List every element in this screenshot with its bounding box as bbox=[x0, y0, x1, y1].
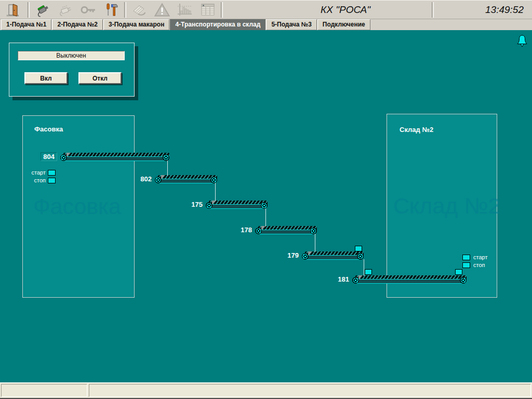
sensor-indicator bbox=[365, 269, 372, 275]
chute-triangle bbox=[66, 153, 71, 157]
status-panel-right bbox=[89, 384, 531, 397]
trends-button bbox=[174, 2, 196, 18]
start-label: старт bbox=[23, 169, 46, 176]
stop-label: стоп bbox=[23, 177, 46, 183]
exit-door-icon bbox=[5, 2, 21, 18]
chute-triangle bbox=[161, 175, 165, 179]
sklad-indicators: старт стоп bbox=[462, 254, 487, 270]
tools-icon bbox=[103, 2, 119, 18]
roller-icon bbox=[210, 177, 217, 183]
belt-body bbox=[256, 230, 315, 234]
stop-label: стоп bbox=[473, 262, 485, 268]
tab-4-Транспортировка в склад[interactable]: 4-Транспортировка в склад bbox=[170, 19, 265, 30]
sensor-indicator bbox=[455, 269, 462, 275]
belt-body bbox=[207, 204, 266, 209]
conveyor-802[interactable] bbox=[156, 175, 216, 183]
roller-icon bbox=[60, 154, 67, 161]
zone-sklad2: Склад №2 Склад №2 bbox=[387, 114, 497, 298]
toolbar-separator bbox=[124, 2, 126, 18]
zone-title: Фасовка bbox=[34, 125, 63, 133]
roller-icon bbox=[310, 228, 317, 234]
tab-3-Подача макарон[interactable]: 3-Подача макарон bbox=[103, 19, 169, 30]
roller-icon bbox=[352, 277, 359, 284]
off-button[interactable]: Откл bbox=[78, 72, 122, 84]
connector-line bbox=[364, 259, 364, 276]
toolbar-separator bbox=[28, 2, 30, 18]
trend-chart-icon bbox=[176, 2, 194, 18]
toolbar-separator bbox=[432, 2, 434, 18]
connector-line bbox=[215, 183, 216, 201]
indicator-row: старт bbox=[462, 254, 487, 260]
mimic-area: Фасовка Фасовка Склад №2 Склад №2 Выключ… bbox=[0, 30, 532, 382]
chute-triangle bbox=[308, 251, 312, 256]
disconnect-plug-icon bbox=[57, 2, 74, 18]
clock: 13:49:52 bbox=[435, 4, 532, 16]
chute-triangle bbox=[261, 226, 265, 230]
key-button bbox=[77, 2, 100, 18]
conveyor-number-179: 179 bbox=[272, 251, 299, 260]
roller-icon bbox=[261, 202, 268, 209]
zone-fasovka: Фасовка Фасовка bbox=[22, 115, 135, 298]
conveyor-number-178: 178 bbox=[225, 226, 252, 234]
roller-icon bbox=[357, 253, 364, 260]
report-button bbox=[128, 2, 151, 18]
roller-icon bbox=[460, 277, 467, 284]
conveyor-175[interactable] bbox=[207, 201, 266, 209]
belt-body bbox=[156, 179, 216, 183]
exit-button[interactable] bbox=[0, 2, 26, 18]
status-bar bbox=[0, 382, 532, 399]
tab-bar: 1-Подача №12-Подача №23-Подача макарон4-… bbox=[0, 19, 532, 30]
status-display: Выключен bbox=[18, 51, 125, 60]
stop-indicator bbox=[462, 262, 470, 268]
roller-icon bbox=[163, 154, 169, 161]
connect-button[interactable] bbox=[31, 2, 54, 18]
conveyor-number-804: 804 bbox=[30, 153, 57, 161]
data-table-icon bbox=[199, 2, 217, 18]
indicator-row: стоп bbox=[23, 177, 56, 183]
status-panel-left bbox=[1, 384, 87, 397]
plant-title: КХ "РОСА" bbox=[224, 4, 430, 16]
zone-watermark: Фасовка bbox=[33, 194, 121, 219]
toolbar: КХ "РОСА" 13:49:52 bbox=[0, 0, 532, 19]
start-indicator bbox=[462, 255, 470, 260]
tab-1-Подача №1[interactable]: 1-Подача №1 bbox=[1, 19, 51, 30]
roller-icon bbox=[255, 228, 262, 234]
tab-2-Подача №2[interactable]: 2-Подача №2 bbox=[52, 19, 102, 30]
alarm-bell-icon[interactable] bbox=[515, 35, 529, 51]
indicator-row: старт bbox=[23, 169, 56, 176]
chute-triangle bbox=[212, 201, 216, 205]
report-icon bbox=[130, 2, 148, 18]
sensor-indicator bbox=[355, 246, 362, 251]
conveyor-number-802: 802 bbox=[125, 175, 152, 183]
start-indicator bbox=[48, 170, 56, 176]
connect-plug-icon bbox=[34, 2, 51, 18]
toolbar-separator bbox=[221, 2, 223, 18]
start-label: старт bbox=[473, 254, 487, 260]
belt-body bbox=[353, 279, 465, 284]
key-icon bbox=[79, 2, 97, 18]
hmi-screen: КХ "РОСА" 13:49:52 1-Подача №12-Подача №… bbox=[0, 0, 532, 399]
tab-Подключение[interactable]: Подключение bbox=[317, 19, 370, 30]
conveyor-178[interactable] bbox=[256, 226, 315, 234]
control-panel: Выключен Вкл Откл bbox=[9, 43, 135, 97]
roller-icon bbox=[155, 177, 162, 183]
zone-watermark: Склад №2 bbox=[393, 193, 500, 219]
conveyor-number-181: 181 bbox=[322, 275, 349, 284]
zone-title: Склад №2 bbox=[400, 126, 433, 134]
connector-line bbox=[265, 208, 266, 227]
fasovka-indicators: старт стоп bbox=[23, 169, 56, 185]
table-button bbox=[196, 2, 219, 18]
conveyor-804[interactable] bbox=[61, 153, 168, 161]
indicator-row: стоп bbox=[462, 262, 487, 268]
conveyor-181[interactable] bbox=[353, 275, 465, 284]
tab-5-Подача №3[interactable]: 5-Подача №3 bbox=[266, 19, 316, 30]
chute-triangle bbox=[358, 275, 363, 280]
on-button[interactable]: Вкл bbox=[24, 72, 68, 84]
conveyor-179[interactable] bbox=[303, 251, 362, 260]
belt-body bbox=[303, 255, 362, 260]
alarm-warning-icon bbox=[154, 2, 170, 18]
stop-indicator bbox=[48, 178, 56, 183]
tools-button[interactable] bbox=[100, 2, 123, 18]
conveyor-number-175: 175 bbox=[176, 201, 203, 209]
connector-line bbox=[315, 234, 315, 252]
